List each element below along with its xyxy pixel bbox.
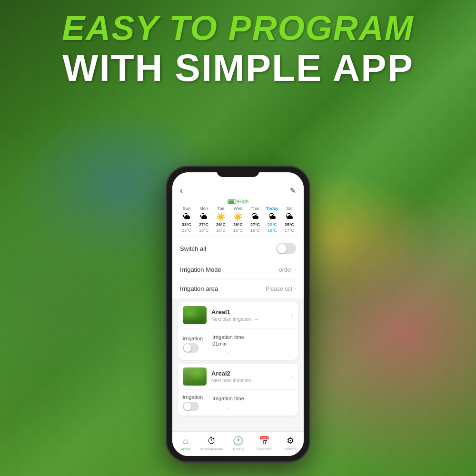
nav-manual-delay-label: Manual delay: [200, 447, 223, 451]
headline-line1: EASY TO PROGRAM: [0, 10, 476, 47]
area-2-thumbnail: [183, 367, 207, 386]
bottom-nav: ⌂ Home ⏱ Manual delay 🕐 Timing 📅 Calenda…: [172, 431, 304, 456]
weather-icon-sat: 🌥: [286, 212, 293, 221]
irrigation-mode-chevron: ›: [294, 267, 296, 273]
weather-day-wed: Wed ☀️ 26°C 15°C: [229, 206, 247, 233]
area-2-controls: irrigation Irrigation time ›: [178, 390, 298, 416]
irrigation-mode-value: order ›: [279, 267, 296, 273]
edit-button[interactable]: ✎: [290, 186, 296, 195]
setting-icon: ⚙: [287, 436, 294, 446]
area-1-controls: irrigation Irrigation time 01min ›: [178, 328, 298, 360]
temp-low-mon: 16°C: [199, 228, 208, 233]
area-1-irrigation-group: irrigation: [183, 336, 203, 353]
temp-high-tue: 26°C: [216, 222, 226, 227]
irrigation-area-chevron: ›: [294, 286, 296, 292]
area-1-thumbnail: [183, 306, 207, 324]
temp-high-thur: 27°C: [250, 222, 260, 227]
nav-timing-label: Timing: [232, 447, 244, 451]
area-card-1: Areal1 Next plan irrigation : -- › irrig…: [178, 302, 298, 360]
day-label-sat: Sat: [286, 206, 293, 211]
day-label-today: Today: [266, 206, 278, 211]
areas-section: Areal1 Next plan irrigation : -- › irrig…: [172, 298, 304, 431]
temp-high-today: 22°C: [268, 222, 277, 227]
area-2-irrigation-label: irrigation: [183, 394, 203, 400]
nav-timing[interactable]: 🕐 Timing: [225, 436, 251, 451]
area-2-time-label: Irrigation time: [212, 396, 244, 401]
temp-low-today: 19°C: [268, 228, 277, 233]
temp-low-sun: 23°C: [182, 228, 191, 233]
weather-icon-thur: 🌥: [251, 212, 259, 221]
nav-setting[interactable]: ⚙ Setting: [278, 436, 304, 451]
temp-low-wed: 15°C: [233, 228, 243, 233]
day-label-sun: Sun: [183, 206, 190, 211]
battery-icon: [228, 199, 236, 204]
weather-icon-wed: ☀️: [233, 212, 243, 221]
irrigation-area-row[interactable]: Irrigation area Please set ›: [180, 279, 296, 298]
irrigation-mode-row[interactable]: Irrigation Mode order ›: [180, 260, 296, 279]
back-button[interactable]: ‹: [180, 186, 183, 196]
area-card-2: Areal2 Next plan irrigation : -- › irrig…: [178, 364, 298, 416]
area-1-time-info: Irrigation time 01min: [212, 332, 244, 347]
nav-setting-label: Setting: [285, 447, 297, 451]
weather-section: High Sun 🌥 33°C 23°C Mon 🌥 27°C: [172, 198, 304, 237]
header-section: EASY TO PROGRAM WITH SIMPLE APP: [0, 10, 476, 89]
weather-day-today: Today 🌥 22°C 19°C: [264, 206, 281, 233]
nav-manual-delay[interactable]: ⏱ Manual delay: [198, 436, 225, 451]
area-1-header[interactable]: Areal1 Next plan irrigation : -- ›: [178, 302, 298, 328]
nav-home-label: Home: [180, 447, 190, 451]
area-2-irrigation-toggle[interactable]: [183, 402, 199, 411]
battery-label: High: [238, 198, 249, 204]
area-2-time-chevron: ›: [228, 405, 229, 412]
area-1-time-value: 01min: [212, 341, 244, 347]
area-1-name: Areal1: [211, 308, 286, 316]
area-2-name: Areal2: [211, 370, 286, 377]
weather-day-mon: Mon 🌥 27°C 16°C: [195, 206, 212, 233]
timing-icon: 🕐: [233, 436, 243, 446]
area-2-next: Next plan irrigation : --: [211, 378, 286, 383]
phone-screen: ‹ ✎ High Sun 🌥 33°C 23°C: [172, 172, 304, 456]
weather-day-thur: Thur 🌥 27°C 16°C: [247, 206, 264, 233]
nav-calendar-label: Calendar: [257, 447, 272, 451]
area-2-header[interactable]: Areal2 Next plan irrigation : -- ›: [178, 364, 298, 390]
switch-all-row: Switch all: [180, 237, 296, 260]
area-2-irrigation-group: irrigation: [183, 394, 203, 411]
temp-low-sat: 17°C: [285, 228, 294, 233]
temp-high-sat: 25°C: [285, 222, 294, 227]
weather-day-sat: Sat 🌥 25°C 17°C: [281, 206, 298, 233]
area-1-time-group: Irrigation time 01min ›: [212, 332, 244, 356]
area-1-irrigation-toggle[interactable]: [183, 343, 199, 353]
irrigation-mode-label: Irrigation Mode: [180, 266, 221, 273]
nav-home[interactable]: ⌂ Home: [172, 436, 198, 451]
area-1-next: Next plan irrigation : --: [211, 317, 286, 322]
day-label-mon: Mon: [199, 206, 208, 211]
irrigation-area-text: Please set: [266, 286, 292, 292]
screen-content: ‹ ✎ High Sun 🌥 33°C 23°C: [172, 172, 304, 456]
irrigation-area-label: Irrigation area: [180, 285, 218, 292]
temp-high-mon: 27°C: [199, 222, 208, 227]
area-2-info: Areal2 Next plan irrigation : --: [211, 370, 286, 383]
temp-low-thur: 16°C: [250, 228, 260, 233]
area-1-irrigation-label: irrigation: [183, 336, 203, 341]
day-label-thur: Thur: [251, 206, 260, 211]
weather-days: Sun 🌥 33°C 23°C Mon 🌥 27°C 16°C Tu: [178, 206, 298, 233]
temp-high-sun: 33°C: [182, 222, 191, 227]
weather-icon-tue: ☀️: [216, 212, 226, 221]
home-icon: ⌂: [183, 436, 188, 446]
temp-high-wed: 26°C: [233, 222, 243, 227]
phone-notch: [217, 167, 259, 177]
irrigation-mode-text: order: [279, 267, 292, 273]
manual-delay-icon: ⏱: [208, 436, 216, 446]
calendar-icon: 📅: [259, 436, 269, 446]
temp-low-tue: 16°C: [216, 228, 226, 233]
weather-icon-sun: 🌥: [183, 212, 190, 221]
area-1-chevron: ›: [291, 311, 293, 319]
area-2-time-group: Irrigation time ›: [212, 394, 244, 412]
controls-section: Switch all Irrigation Mode order › Irrig…: [172, 237, 304, 298]
headline-line2: WITH SIMPLE APP: [0, 47, 476, 89]
phone-device: ‹ ✎ High Sun 🌥 33°C 23°C: [167, 167, 309, 462]
area-2-time-info: Irrigation time: [212, 394, 244, 402]
nav-calendar[interactable]: 📅 Calendar: [251, 436, 278, 451]
weather-icon-today: 🌥: [268, 212, 276, 221]
switch-all-toggle[interactable]: [276, 243, 296, 254]
phone-wrapper: ‹ ✎ High Sun 🌥 33°C 23°C: [167, 167, 309, 462]
